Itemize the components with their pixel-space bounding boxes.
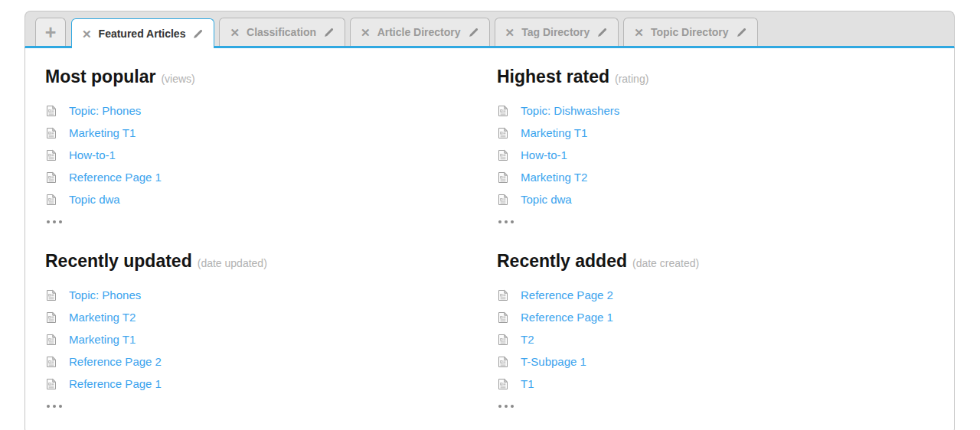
article-link[interactable]: Marketing T1 xyxy=(69,333,136,346)
list-item: Marketing T1 xyxy=(45,328,497,350)
section-title: Highest rated xyxy=(497,67,609,87)
document-icon xyxy=(497,127,509,139)
list-item: Reference Page 2 xyxy=(497,284,933,306)
edit-pencil-icon[interactable] xyxy=(596,27,608,38)
article-link[interactable]: Reference Page 1 xyxy=(69,171,162,184)
edit-pencil-icon[interactable] xyxy=(323,27,335,38)
edit-pencil-icon[interactable] xyxy=(468,27,479,38)
article-link[interactable]: T-Subpage 1 xyxy=(521,355,586,368)
document-icon xyxy=(497,105,509,117)
list-item: Topic dwa xyxy=(497,188,933,210)
article-link[interactable]: Topic: Phones xyxy=(69,288,141,301)
tab-content: Most popular (views) Topic: Phones xyxy=(24,48,955,430)
tab-topic-directory[interactable]: ✕ Topic Directory xyxy=(623,18,757,46)
list-item: How-to-1 xyxy=(45,144,497,166)
section-title: Most popular xyxy=(45,67,155,87)
list-item: Reference Page 1 xyxy=(45,166,497,188)
document-icon xyxy=(497,311,509,324)
close-icon[interactable]: ✕ xyxy=(361,27,371,38)
show-more-ellipsis[interactable] xyxy=(497,395,933,417)
document-icon xyxy=(45,289,57,301)
close-icon[interactable]: ✕ xyxy=(505,27,515,38)
list-item: How-to-1 xyxy=(497,144,933,166)
tab-classification[interactable]: ✕ Classification xyxy=(219,18,345,46)
article-link[interactable]: Reference Page 1 xyxy=(521,311,613,324)
close-icon[interactable]: ✕ xyxy=(230,27,240,38)
article-link[interactable]: Topic: Phones xyxy=(69,104,141,117)
edit-pencil-icon[interactable] xyxy=(192,28,204,40)
show-more-ellipsis[interactable] xyxy=(45,210,497,233)
article-link[interactable]: How-to-1 xyxy=(521,148,567,161)
ellipsis-dot xyxy=(511,220,514,223)
section-heading: Recently added (date created) xyxy=(497,251,933,272)
article-link[interactable]: T2 xyxy=(521,333,534,346)
document-icon xyxy=(45,149,57,161)
article-link[interactable]: Topic: Dishwashers xyxy=(521,104,619,117)
article-link[interactable]: How-to-1 xyxy=(69,148,116,161)
document-icon xyxy=(45,171,57,184)
list-item: Topic: Dishwashers xyxy=(497,99,933,122)
ellipsis-dot xyxy=(505,405,508,408)
list-item: Topic: Phones xyxy=(45,99,497,122)
section-title: Recently updated xyxy=(45,251,192,272)
tab-featured-articles[interactable]: ✕ Featured Articles xyxy=(71,18,214,48)
ellipsis-dot xyxy=(511,405,514,408)
list-item: Topic dwa xyxy=(45,188,497,210)
document-icon xyxy=(497,149,509,161)
article-link[interactable]: Marketing T1 xyxy=(69,126,136,139)
list-item: Marketing T1 xyxy=(497,122,933,144)
ellipsis-dot xyxy=(53,220,56,223)
section-items: Reference Page 2 Reference Page 1 xyxy=(497,284,933,395)
article-link[interactable]: Reference Page 2 xyxy=(69,355,162,368)
list-item: T-Subpage 1 xyxy=(497,350,933,373)
add-tab-button[interactable]: + xyxy=(35,18,66,46)
section-title: Recently added xyxy=(497,251,627,272)
article-link[interactable]: Topic dwa xyxy=(69,193,120,206)
ellipsis-dot xyxy=(59,220,62,223)
section-subtitle: (date created) xyxy=(632,257,699,269)
tab-article-directory[interactable]: ✕ Article Directory xyxy=(350,18,490,46)
section-items: Topic: Phones Marketing T2 xyxy=(45,284,497,395)
article-link[interactable]: Marketing T1 xyxy=(521,126,587,139)
list-item: Reference Page 1 xyxy=(45,373,497,395)
tab-label: Topic Directory xyxy=(651,26,729,38)
article-link[interactable]: Marketing T2 xyxy=(521,171,587,184)
list-item: Topic: Phones xyxy=(45,284,497,306)
document-icon xyxy=(45,334,57,346)
close-icon[interactable]: ✕ xyxy=(634,27,644,38)
section: Recently added (date created) Reference … xyxy=(497,251,933,417)
article-link[interactable]: Marketing T2 xyxy=(69,311,136,324)
section-items: Topic: Dishwashers Marketing T1 xyxy=(497,99,933,210)
document-icon xyxy=(497,171,509,184)
edit-pencil-icon[interactable] xyxy=(736,27,747,38)
section: Recently updated (date updated) Topic: P… xyxy=(45,251,497,417)
document-icon xyxy=(45,378,57,390)
tab-label: Article Directory xyxy=(377,26,461,38)
list-item: T2 xyxy=(497,328,933,350)
article-link[interactable]: Topic dwa xyxy=(521,193,572,206)
ellipsis-dot xyxy=(47,220,50,223)
section: Most popular (views) Topic: Phones xyxy=(45,67,497,233)
show-more-ellipsis[interactable] xyxy=(45,395,497,417)
document-icon xyxy=(45,311,57,324)
document-icon xyxy=(497,334,509,346)
section-subtitle: (views) xyxy=(161,73,194,85)
tab-tag-directory[interactable]: ✕ Tag Directory xyxy=(495,18,619,46)
featured-articles-widget: + ✕ Featured Articles ✕ Classification ✕… xyxy=(24,11,955,430)
document-icon xyxy=(497,289,509,301)
ellipsis-dot xyxy=(47,405,50,408)
ellipsis-dot xyxy=(59,405,62,408)
list-item: Marketing T2 xyxy=(497,166,933,188)
list-item: Reference Page 1 xyxy=(497,306,933,328)
document-icon xyxy=(497,194,509,206)
article-link[interactable]: Reference Page 2 xyxy=(521,288,613,301)
show-more-ellipsis[interactable] xyxy=(497,210,933,233)
close-icon[interactable]: ✕ xyxy=(82,28,92,40)
article-link[interactable]: T1 xyxy=(521,377,534,390)
plus-icon: + xyxy=(45,21,57,44)
document-icon xyxy=(497,378,509,390)
list-item: Marketing T2 xyxy=(45,306,497,328)
article-link[interactable]: Reference Page 1 xyxy=(69,377,162,390)
tab-bar: + ✕ Featured Articles ✕ Classification ✕… xyxy=(24,11,955,48)
list-item: Marketing T1 xyxy=(45,122,497,144)
